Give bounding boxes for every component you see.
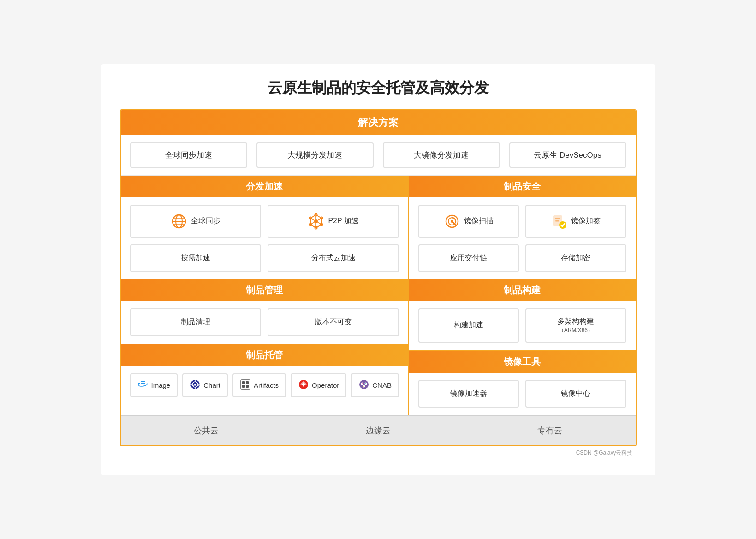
sign-icon — [551, 213, 567, 230]
svg-point-44 — [363, 386, 364, 387]
col-right: 制品安全 镜像扫描 — [409, 176, 636, 415]
svg-line-16 — [312, 219, 315, 220]
cloud-private: 专有云 — [464, 416, 636, 445]
svg-rect-34 — [246, 381, 249, 384]
svg-line-17 — [318, 222, 321, 224]
svg-rect-22 — [143, 381, 145, 382]
p2p-icon — [308, 213, 324, 230]
svg-rect-33 — [242, 381, 245, 384]
image-scan-label: 镜像扫描 — [464, 216, 494, 226]
globe-icon — [171, 213, 187, 230]
svg-text:HELM: HELM — [193, 384, 199, 387]
tuguan-section: 制品托管 — [121, 344, 408, 404]
tuguan-operator: Operator — [291, 373, 346, 397]
svg-rect-50 — [555, 218, 560, 219]
solution-bar: 解决方案 — [121, 110, 636, 135]
feature-immutable: 版本不可变 — [268, 308, 399, 336]
svg-rect-32 — [241, 380, 250, 389]
chart-label: Chart — [203, 381, 220, 389]
feature-image-scan: 镜像扫描 — [418, 205, 519, 238]
feature-on-demand: 按需加速 — [130, 244, 262, 272]
docker-icon — [137, 379, 149, 391]
two-col-main: 分发加速 全球同步 — [121, 176, 636, 415]
section-header-build: 制品构建 — [409, 279, 636, 301]
section-header-management: 制品管理 — [121, 279, 408, 301]
svg-point-38 — [359, 380, 369, 389]
svg-rect-51 — [555, 220, 559, 222]
feature-distributed: 分布式云加速 — [268, 244, 399, 272]
build-grid: 构建加速 多架构构建 （ARM/X86） — [409, 301, 636, 350]
col-left: 分发加速 全球同步 — [121, 176, 409, 415]
artifacts-label: Artifacts — [254, 381, 279, 389]
feature-global-sync: 全球同步 — [130, 205, 262, 238]
cloud-edge: 边缘云 — [292, 416, 464, 445]
image-label: Image — [151, 381, 171, 389]
svg-rect-19 — [138, 383, 140, 384]
feature-storage-encrypt: 存储加密 — [525, 244, 626, 272]
solution-item-4: 云原生 DevSecOps — [509, 142, 626, 168]
main-container: 云原生制品的安全托管及高效分发 解决方案 全球同步加速 大规模分发加速 大镜像分… — [101, 64, 655, 475]
tuguan-artifacts: Artifacts — [232, 373, 286, 397]
multi-arch-label: 多架构构建 — [557, 317, 594, 326]
cloud-public: 公共云 — [121, 416, 293, 445]
cnab-icon — [358, 379, 369, 391]
multi-arch-sub: （ARM/X86） — [557, 326, 594, 334]
page-title: 云原生制品的安全托管及高效分发 — [120, 78, 637, 98]
feature-multi-arch: 多架构构建 （ARM/X86） — [525, 308, 626, 343]
artifacts-icon — [240, 379, 251, 391]
feature-build-accelerate: 构建加速 — [418, 308, 519, 343]
solution-items-row: 全球同步加速 大规模分发加速 大镜像分发加速 云原生 DevSecOps — [121, 135, 636, 176]
svg-rect-21 — [143, 383, 145, 384]
svg-rect-20 — [141, 383, 143, 384]
p2p-label: P2P 加速 — [328, 216, 358, 226]
tuguan-chart: HELM Chart — [182, 373, 228, 397]
helm-icon: HELM — [190, 379, 201, 391]
cnab-label: CNAB — [372, 381, 392, 389]
svg-rect-35 — [242, 385, 245, 388]
tuguan-image: Image — [130, 373, 178, 397]
section-header-security: 制品安全 — [409, 176, 636, 197]
tuguan-items: Image — [121, 366, 408, 404]
svg-rect-23 — [141, 381, 143, 382]
operator-icon — [298, 379, 309, 391]
global-sync-label: 全球同步 — [191, 216, 220, 226]
svg-point-6 — [314, 219, 318, 223]
outer-box: 解决方案 全球同步加速 大规模分发加速 大镜像分发加速 云原生 DevSecOp… — [120, 109, 637, 446]
image-sign-label: 镜像加签 — [571, 216, 601, 226]
svg-line-15 — [318, 219, 321, 220]
scan-icon — [444, 213, 460, 230]
tuguan-cnab: CNAB — [351, 373, 399, 397]
feature-cleanup: 制品清理 — [130, 308, 262, 336]
footer-credit: CSDN @Galaxy云科技 — [120, 446, 637, 457]
section-header-image-tool: 镜像工具 — [409, 351, 636, 373]
solution-item-3: 大镜像分发加速 — [383, 142, 500, 168]
section-header-distribution: 分发加速 — [121, 176, 408, 197]
feature-delivery-chain: 应用交付链 — [418, 244, 519, 272]
feature-image-center: 镜像中心 — [525, 380, 626, 408]
svg-point-43 — [365, 383, 366, 384]
management-grid: 制品清理 版本不可变 — [121, 301, 408, 344]
feature-image-sign: 镜像加签 — [525, 205, 626, 238]
section-header-hosting: 制品托管 — [121, 344, 408, 366]
feature-p2p: P2P 加速 — [268, 205, 399, 238]
security-grid: 镜像扫描 镜像加签 — [409, 197, 636, 279]
image-tool-section: 镜像工具 镜像加速器 镜像中心 — [409, 350, 636, 415]
svg-point-42 — [362, 383, 363, 384]
solution-item-2: 大规模分发加速 — [256, 142, 374, 168]
cloud-row: 公共云 边缘云 专有云 — [121, 415, 636, 445]
feature-image-accelerator: 镜像加速器 — [418, 380, 519, 408]
operator-label: Operator — [312, 381, 339, 389]
svg-line-18 — [312, 222, 315, 224]
image-tool-grid: 镜像加速器 镜像中心 — [409, 373, 636, 415]
solution-item-1: 全球同步加速 — [130, 142, 247, 168]
svg-rect-36 — [246, 385, 249, 388]
distribution-grid: 全球同步 — [121, 197, 408, 279]
